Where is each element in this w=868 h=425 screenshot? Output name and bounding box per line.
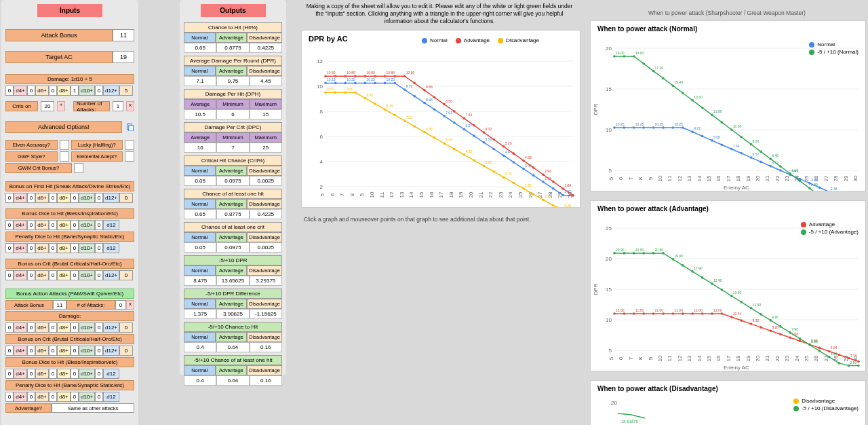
svg-point-85 [364, 75, 367, 77]
svg-point-127 [384, 108, 387, 111]
svg-point-239 [672, 84, 675, 87]
svg-point-129 [393, 114, 396, 117]
svg-point-66 [492, 148, 495, 151]
num-attacks-label: Number of Attacks: [73, 101, 110, 111]
svg-text:4.08: 4.08 [525, 155, 532, 160]
svg-text:23: 23 [498, 191, 504, 198]
target-ac-label: Target AC [5, 51, 113, 63]
gwf-value[interactable] [60, 151, 69, 162]
svg-text:25: 25 [804, 355, 810, 361]
svg-text:6: 6 [618, 356, 624, 360]
svg-point-138 [453, 148, 456, 151]
svg-point-93 [414, 82, 416, 85]
svg-point-327 [740, 319, 743, 322]
svg-point-321 [701, 312, 704, 315]
svg-text:10.25: 10.25 [655, 122, 664, 126]
power-dis-chart[interactable]: When to power attack (Disadvantage) Disa… [590, 380, 866, 425]
gwm-crit-value[interactable] [74, 163, 83, 173]
svg-point-324 [721, 312, 724, 315]
svg-point-151 [542, 199, 545, 202]
svg-point-108 [513, 152, 515, 155]
svg-text:11.80: 11.80 [713, 109, 722, 113]
damage-mod[interactable]: 5 [119, 86, 133, 96]
svg-text:5.20: 5.20 [505, 141, 512, 145]
svg-point-254 [770, 158, 772, 160]
svg-text:1.85: 1.85 [525, 183, 532, 187]
svg-point-206 [711, 139, 713, 142]
svg-text:4.55: 4.55 [465, 149, 472, 153]
svg-point-96 [433, 96, 436, 98]
damage-dice-row[interactable]: 0d4+ 0d6+ 0d8+ 1d10+ 0d12+ 5 [5, 86, 134, 96]
svg-text:17.20: 17.20 [655, 66, 664, 70]
svg-point-375 [799, 337, 802, 340]
svg-point-358 [691, 270, 694, 273]
svg-point-333 [779, 333, 782, 335]
elemental-value[interactable] [125, 151, 134, 162]
svg-point-63 [473, 134, 475, 137]
svg-text:11.00: 11.00 [674, 308, 683, 312]
svg-text:5: 5 [608, 356, 614, 360]
svg-text:10: 10 [606, 317, 612, 323]
svg-point-355 [672, 258, 675, 261]
svg-text:9.68: 9.68 [426, 85, 433, 89]
svg-text:20: 20 [468, 191, 474, 198]
svg-point-348 [623, 252, 626, 255]
svg-text:15: 15 [706, 355, 712, 361]
power-normal-chart[interactable]: When to power attack (Normal) Normal -5 … [590, 20, 866, 191]
svg-text:18: 18 [735, 355, 741, 361]
inputs-panel: Inputs Attack Bonus 11 Target AC 19 Dama… [1, 0, 138, 425]
svg-text:9.50: 9.50 [347, 87, 353, 91]
svg-point-73 [542, 181, 545, 183]
svg-point-352 [652, 252, 655, 255]
dpr-chart[interactable]: DPR by AC Normal Advantage Disadvantage … [301, 30, 580, 208]
svg-text:11: 11 [667, 175, 673, 181]
svg-point-236 [652, 70, 655, 73]
svg-text:8.68: 8.68 [713, 135, 720, 139]
svg-text:8.68: 8.68 [426, 98, 433, 102]
svg-point-150 [532, 193, 535, 196]
svg-text:22: 22 [774, 355, 781, 361]
advantage-value[interactable]: Same as other attacks [52, 403, 134, 413]
svg-text:8: 8 [637, 356, 644, 360]
svg-point-244 [701, 107, 704, 109]
svg-text:28: 28 [833, 175, 839, 181]
lucky-value[interactable] [125, 140, 134, 150]
svg-point-76 [562, 194, 565, 197]
svg-text:9.90: 9.90 [772, 315, 778, 319]
svg-point-260 [808, 187, 811, 190]
attack-bonus-value[interactable]: 11 [113, 29, 134, 41]
elven-value[interactable] [60, 140, 69, 150]
svg-point-64 [483, 141, 486, 144]
svg-point-136 [443, 142, 446, 145]
svg-text:10.25: 10.25 [327, 77, 336, 81]
svg-point-144 [492, 170, 495, 173]
svg-point-102 [473, 124, 475, 127]
svg-point-211 [740, 152, 743, 155]
svg-text:2.38: 2.38 [831, 187, 837, 191]
svg-point-194 [633, 126, 635, 129]
copy-icon[interactable] [126, 123, 134, 131]
svg-point-55 [423, 102, 426, 105]
svg-point-215 [770, 165, 772, 168]
power-adv-chart[interactable]: When to power attack (Advantage) Advanta… [590, 200, 866, 371]
svg-text:8: 8 [637, 177, 644, 180]
crits-on-value[interactable]: 20 [41, 101, 54, 111]
svg-point-360 [701, 276, 704, 279]
svg-text:23: 23 [784, 355, 790, 361]
svg-point-133 [423, 131, 426, 134]
advanced-options-button[interactable]: Advanced Options! [5, 121, 122, 133]
target-ac-value[interactable]: 19 [113, 51, 134, 63]
svg-point-111 [532, 166, 535, 169]
damage-label: Damage: 1d10 + 5 [5, 74, 134, 84]
svg-point-60 [453, 122, 456, 124]
svg-point-115 [562, 187, 565, 190]
svg-text:14: 14 [408, 191, 414, 198]
svg-text:15.90: 15.90 [713, 278, 722, 282]
svg-text:15: 15 [606, 287, 612, 293]
svg-point-196 [642, 126, 645, 129]
svg-text:13: 13 [686, 355, 692, 361]
svg-text:10: 10 [317, 84, 323, 90]
svg-point-309 [623, 312, 626, 315]
svg-point-197 [652, 126, 655, 129]
num-attacks-value[interactable]: 1 [113, 101, 123, 111]
